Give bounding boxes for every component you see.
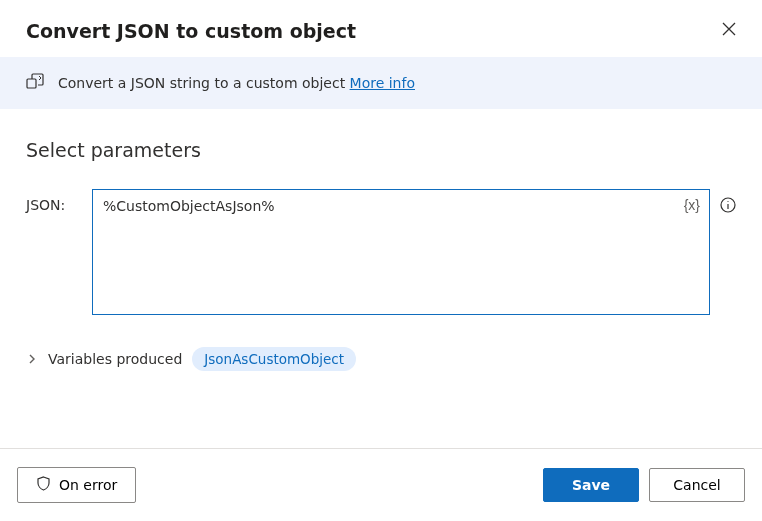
variables-produced-row: Variables produced JsonAsCustomObject: [26, 347, 736, 371]
on-error-button[interactable]: On error: [17, 467, 136, 503]
section-title: Select parameters: [26, 139, 736, 161]
info-description: Convert a JSON string to a custom object…: [58, 75, 415, 91]
close-button[interactable]: [718, 18, 740, 43]
variable-insert-button[interactable]: {x}: [684, 197, 700, 213]
json-label: JSON:: [26, 189, 82, 213]
dialog-footer: On error Save Cancel: [0, 448, 762, 521]
more-info-link[interactable]: More info: [350, 75, 415, 91]
json-textarea-wrap: {x}: [92, 189, 710, 319]
cancel-button[interactable]: Cancel: [649, 468, 745, 502]
json-param-row: JSON: {x}: [26, 189, 736, 319]
dialog-header: Convert JSON to custom object: [0, 0, 762, 57]
dialog-title: Convert JSON to custom object: [26, 20, 356, 42]
svg-point-3: [727, 201, 728, 202]
variables-produced-label: Variables produced: [48, 351, 182, 367]
info-description-text: Convert a JSON string to a custom object: [58, 75, 350, 91]
json-input[interactable]: [92, 189, 710, 315]
chevron-right-icon[interactable]: [26, 353, 38, 365]
shield-icon: [36, 476, 51, 494]
content-area: Select parameters JSON: {x} Variables pr…: [0, 109, 762, 448]
on-error-label: On error: [59, 477, 117, 493]
svg-rect-0: [27, 79, 36, 88]
convert-icon: [26, 71, 46, 95]
info-icon[interactable]: [720, 197, 736, 217]
variable-chip[interactable]: JsonAsCustomObject: [192, 347, 356, 371]
footer-actions: Save Cancel: [543, 468, 745, 502]
close-icon: [722, 22, 736, 39]
save-button[interactable]: Save: [543, 468, 639, 502]
info-bar: Convert a JSON string to a custom object…: [0, 57, 762, 109]
